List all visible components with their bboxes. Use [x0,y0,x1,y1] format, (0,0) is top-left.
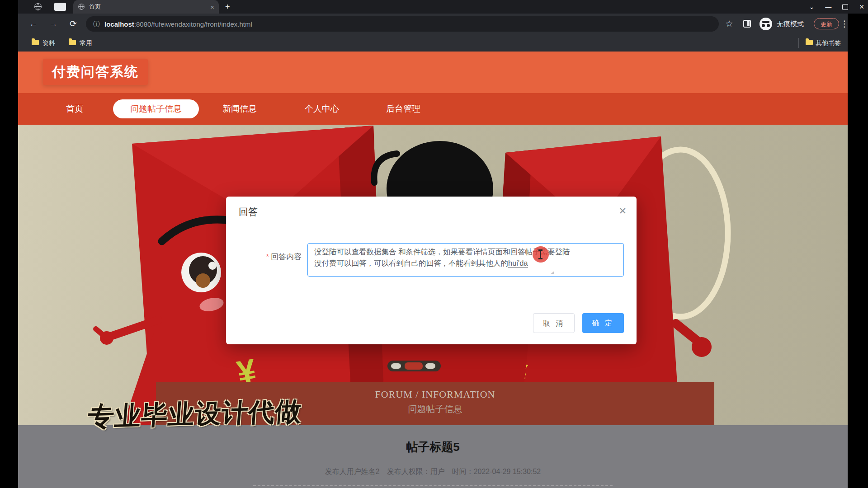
confirm-button[interactable]: 确 定 [582,313,624,333]
window-controls: ⌄ — ✕ [809,0,864,14]
bookmarks-bar: 资料 常用 其他书签 [18,34,848,52]
answer-textarea[interactable]: 没登陆可以查看数据集合 和条件筛选，如果要看详情页面和回答帖子需要登陆 没付费可… [307,243,624,277]
dialog-close-icon[interactable]: ✕ [618,206,627,216]
bookmark-other[interactable]: 其他书签 [816,34,841,52]
url-path: :8080/fufeiwendaxitong/front/index.html [134,20,252,28]
dashed-divider [253,485,613,486]
textarea-resize-handle[interactable]: ◢ [550,270,554,275]
post-title: 帖子标题5 [18,439,848,455]
screen: 首页 × + ⌄ — ✕ ← → ⟳ ⓘ localhost:8080/fufe… [0,0,868,488]
new-tab-button[interactable]: + [225,0,230,14]
site-navbar: 首页 问题帖子信息 新闻信息 个人中心 后台管理 [18,93,848,125]
nav-item-personal-center[interactable]: 个人中心 [305,93,339,125]
folder-icon [69,40,76,45]
carousel-dot[interactable] [391,363,401,369]
bookmark-changyong[interactable]: 常用 [80,34,92,52]
mouse-cursor-indicator [533,246,549,263]
incognito-icon [760,18,772,30]
watermark-text: 专业毕业设计代做 [86,394,303,435]
side-panel-icon[interactable] [743,20,751,28]
browser-tab[interactable]: 首页 × [73,0,219,14]
browser-menu-icon[interactable]: ⋮ [837,14,852,34]
site-header: 付费问答系统 [18,52,848,93]
dialog-title: 回答 [239,206,258,218]
carousel-dot-active[interactable] [405,362,423,370]
folder-icon [806,40,813,45]
nav-item-question-posts[interactable]: 问题帖子信息 [113,99,199,118]
forward-icon[interactable]: → [46,14,61,34]
bookmark-ziliao[interactable]: 资料 [42,34,55,52]
update-button[interactable]: 更新 [814,18,839,29]
incognito-label: 无痕模式 [777,14,804,34]
tab-title: 首页 [89,3,210,11]
answer-content-label: *回答内容 [226,252,302,262]
answer-line1: 没登陆可以查看数据集合 和条件筛选，如果要看详情页面和回答帖子需要登陆 [314,246,617,258]
reload-icon[interactable]: ⟳ [66,14,80,34]
browser-logo-icon [34,3,42,10]
bookmark-star-icon[interactable]: ☆ [722,14,736,34]
window-close-icon[interactable]: ✕ [859,3,864,10]
url-host: localhost [104,20,134,28]
required-mark: * [266,253,269,261]
nav-item-news[interactable]: 新闻信息 [222,93,257,125]
bookmarks-separator [798,38,799,48]
site-title: 付费问答系统 [43,59,148,85]
nav-item-home[interactable]: 首页 [66,93,83,125]
browser-titlebar: 首页 × + ⌄ — ✕ [18,0,868,14]
site-info-icon[interactable]: ⓘ [93,20,100,28]
tab-close-icon[interactable]: × [210,3,214,11]
window-minimize-icon[interactable]: — [825,3,831,10]
address-bar[interactable]: ⓘ localhost:8080/fufeiwendaxitong/front/… [86,16,719,32]
tab-favicon-globe-icon [78,4,85,10]
window-app-icon [54,3,66,11]
browser-toolbar: ← → ⟳ ⓘ localhost:8080/fufeiwendaxitong/… [18,14,848,34]
carousel-dot[interactable] [425,363,435,369]
window-maximize-icon[interactable] [842,4,848,10]
nav-item-admin[interactable]: 后台管理 [386,93,420,125]
ime-composition: hui'da [508,259,528,267]
window-chevron-icon[interactable]: ⌄ [809,3,815,10]
cancel-button[interactable]: 取 消 [533,313,575,333]
folder-icon [32,40,39,45]
answer-line2: 没付费可以回答，可以看到自己的回答，不能看到其他人的hui'da [314,258,617,269]
answer-dialog: 回答 ✕ *回答内容 没登陆可以查看数据集合 和条件筛选，如果要看详情页面和回答… [226,197,637,344]
post-meta: 发布人用户姓名2 发布人权限：用户 时间：2022-04-29 15:30:52 [18,467,848,477]
back-icon[interactable]: ← [26,14,41,34]
carousel-indicator [387,361,441,371]
